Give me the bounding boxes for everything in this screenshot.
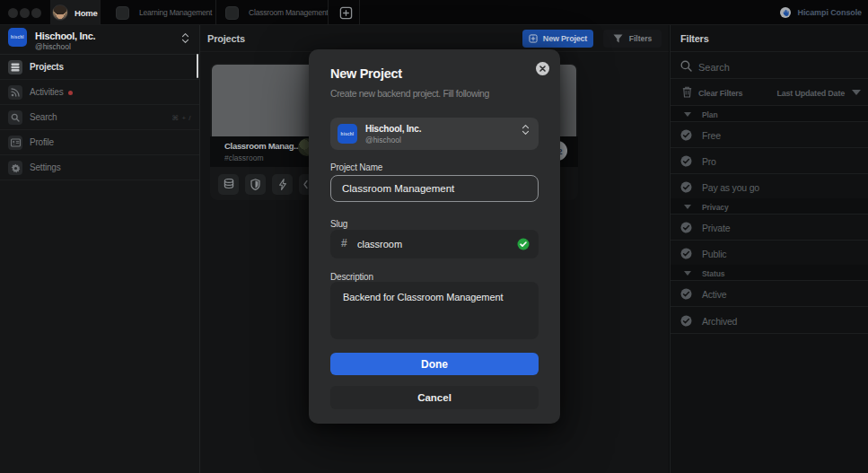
app-icon: [116, 6, 129, 20]
modal-title: New Project: [330, 66, 402, 81]
project-name-input[interactable]: [330, 175, 539, 202]
window-maximize-dot[interactable]: [31, 8, 41, 18]
sidebar-item-label: Projects: [30, 62, 64, 72]
divider: [671, 78, 868, 79]
sidebar-item-profile[interactable]: Profile: [0, 130, 199, 155]
sidebar-item-search[interactable]: Search ⌘ + /: [0, 105, 199, 130]
project-card-title: Classroom Manag...: [224, 141, 300, 151]
tab-classroom-management[interactable]: Classroom Management: [216, 0, 328, 25]
done-button[interactable]: Done: [330, 353, 539, 375]
check-circle-icon: [680, 129, 692, 141]
filter-section-label: Plan: [702, 110, 718, 119]
filter-option-archived[interactable]: Archived: [671, 308, 868, 334]
modal-org-switcher[interactable]: hischl Hischool, Inc. @hischool: [330, 118, 539, 150]
filter-option-label: Active: [702, 289, 726, 300]
search-icon: [680, 60, 692, 72]
filter-option-pro[interactable]: Pro: [671, 148, 868, 174]
sidebar-item-projects[interactable]: Projects: [0, 55, 199, 80]
org-switcher[interactable]: hischl Hischool, Inc. @hischool: [0, 25, 199, 54]
cancel-button[interactable]: Cancel: [330, 386, 539, 409]
description-textarea[interactable]: Backend for Classroom Management: [330, 282, 539, 339]
tab-label: Learning Management: [139, 8, 212, 17]
alert-dot: [68, 91, 73, 95]
divider: [671, 51, 868, 52]
caret-down-icon: [852, 90, 861, 95]
activity-feed-icon: [8, 85, 22, 100]
org-handle: @hischool: [365, 136, 401, 145]
filter-option-free[interactable]: Free: [671, 122, 868, 148]
filter-option-label: Public: [702, 249, 726, 259]
check-circle-icon: [680, 155, 692, 167]
filter-section-label: Status: [702, 269, 724, 278]
top-bar: Home Learning Management Classroom Manag…: [0, 0, 868, 25]
filter-option-pay-as-you-go[interactable]: Pay as you go: [671, 174, 868, 200]
filter-option-public[interactable]: Public: [671, 241, 868, 267]
trash-icon: [682, 86, 692, 98]
tab-home[interactable]: Home: [50, 0, 100, 25]
org-name: Hischool, Inc.: [365, 124, 421, 134]
sidebar-item-activities[interactable]: Activities: [0, 80, 199, 105]
chevron-up-down-icon: [522, 124, 530, 136]
org-name: Hischool, Inc.: [35, 31, 95, 41]
filter-section-plan[interactable]: Plan: [671, 106, 868, 122]
new-project-label: New Project: [543, 34, 587, 43]
new-project-modal: New Project Create new backend project. …: [309, 49, 560, 424]
tab-home-label: Home: [75, 8, 98, 18]
lightning-icon[interactable]: [272, 174, 293, 195]
filter-option-private[interactable]: Private: [671, 215, 868, 241]
check-circle-icon: [680, 315, 692, 327]
slug-value: classroom: [357, 239, 402, 250]
console-chip[interactable]: Hicampi Console: [780, 0, 862, 25]
sidebar-item-settings[interactable]: Settings: [0, 155, 199, 180]
shield-icon[interactable]: [245, 174, 266, 195]
slug-label: Slug: [330, 219, 347, 229]
gear-icon: [8, 161, 22, 175]
slug-field[interactable]: # classroom: [330, 230, 539, 258]
check-circle-icon: [680, 288, 692, 300]
user-avatar-icon: [52, 4, 68, 21]
tab-separator: [359, 0, 360, 25]
funnel-icon: [613, 34, 623, 43]
database-icon[interactable]: [218, 174, 239, 195]
check-circle-icon: [680, 181, 692, 193]
filter-option-label: Pro: [702, 156, 716, 167]
filter-section-status[interactable]: Status: [671, 265, 868, 281]
sidebar-item-label: Activities: [30, 87, 63, 97]
check-circle-icon: [680, 222, 692, 233]
org-logo: hischl: [8, 28, 27, 47]
new-project-button[interactable]: New Project: [522, 30, 593, 48]
sidebar-scrollbar-thumb[interactable]: [197, 54, 198, 78]
close-button[interactable]: [536, 62, 549, 75]
filter-option-label: Pay as you go: [702, 182, 759, 193]
window-close-dot[interactable]: [8, 8, 18, 18]
filter-option-active[interactable]: Active: [671, 281, 868, 307]
hand-icon: [780, 7, 791, 18]
caret-down-icon: [684, 205, 691, 209]
filter-option-label: Free: [702, 130, 721, 141]
projects-icon: [8, 60, 22, 74]
chevron-up-down-icon: [181, 32, 189, 44]
tab-separator: [328, 0, 329, 25]
sidebar-item-label: Profile: [30, 137, 54, 147]
tab-learning-management[interactable]: Learning Management: [101, 0, 215, 25]
window-minimize-dot[interactable]: [20, 8, 30, 18]
filters-panel: Filters Search Clear Filters Last Update…: [670, 25, 868, 473]
org-handle: @hischool: [35, 42, 71, 51]
filters-button-label: Filters: [629, 34, 653, 43]
modal-subtitle: Create new backend project. Fill followi…: [330, 88, 489, 99]
console-label: Hicampi Console: [797, 8, 862, 17]
valid-check-icon: [517, 238, 530, 250]
filter-section-privacy[interactable]: Privacy: [671, 198, 868, 215]
project-name-label: Project Name: [330, 162, 382, 172]
new-tab-button[interactable]: [339, 6, 353, 23]
search-shortcut: ⌘ + /: [171, 114, 191, 122]
filter-option-label: Private: [702, 223, 730, 233]
filters-button[interactable]: Filters: [603, 30, 662, 48]
org-logo: hischl: [338, 124, 357, 144]
boxed-plus-icon: [529, 34, 538, 43]
description-label: Description: [330, 272, 373, 282]
caret-down-icon: [684, 112, 691, 117]
filters-search-placeholder: Search: [698, 62, 730, 73]
sidebar-item-label: Search: [30, 112, 57, 122]
filters-panel-title: Filters: [680, 33, 709, 44]
